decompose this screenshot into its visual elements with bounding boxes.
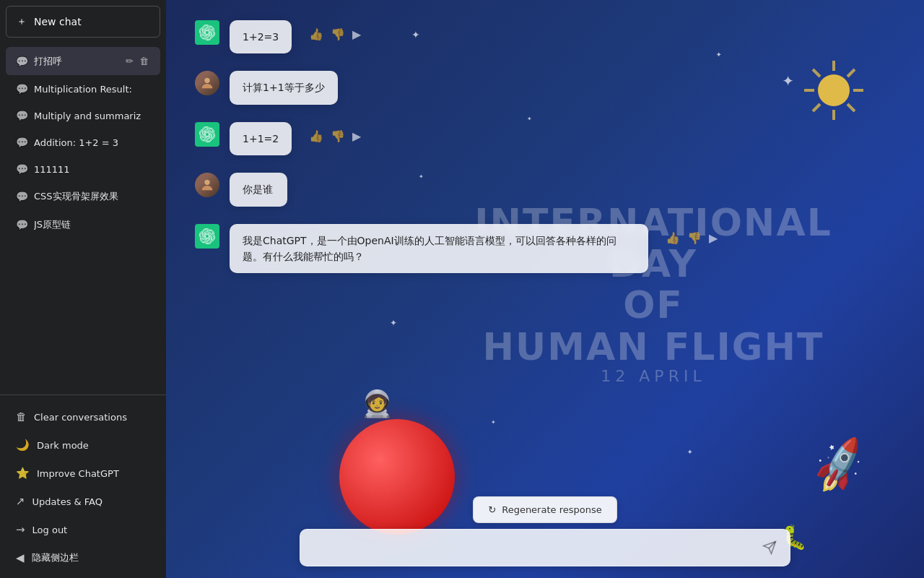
main-content: INTERNATIONAL DAY OF HUMAN FLIGHT 12 APR…	[166, 0, 924, 578]
sidebar-action-clear[interactable]: 🗑 Clear conversations	[6, 403, 160, 431]
message-text: 你是谁	[243, 184, 273, 195]
conversation-item[interactable]: 💬 打招呼 ✏ 🗑	[6, 47, 160, 75]
conversation-item[interactable]: 💬 Multiplication Result:	[6, 76, 160, 102]
send-icon	[762, 540, 777, 555]
conversation-label: CSS实现骨架屏效果	[34, 190, 150, 203]
hide-sidebar-label: 隐藏侧边栏	[32, 551, 79, 564]
message-actions: 👍 👎 ▶	[308, 128, 362, 144]
conversation-label: Addition: 1+2 = 3	[34, 137, 150, 148]
hide-sidebar-action[interactable]: ◀ 隐藏侧边栏	[6, 544, 160, 571]
chat-icon: 💬	[16, 163, 28, 175]
thumbs-down-button[interactable]: 👎	[329, 26, 346, 43]
regenerate-label: Regenerate response	[502, 504, 602, 515]
sidebar-action-dark[interactable]: 🌙 Dark mode	[6, 431, 160, 459]
ai-avatar	[195, 20, 219, 45]
sidebar: ＋ New chat 💬 打招呼 ✏ 🗑 💬 Multiplication Re…	[0, 0, 166, 578]
sidebar-action-improve[interactable]: ⭐ Improve ChatGPT	[6, 460, 160, 487]
conversation-list: 💬 打招呼 ✏ 🗑 💬 Multiplication Result: 💬 Mul…	[0, 43, 166, 390]
thumbs-up-button[interactable]: 👍	[308, 128, 325, 144]
ai-avatar	[195, 224, 219, 249]
copy-button[interactable]: ▶	[707, 230, 719, 246]
message-row-1: 计算1+1等于多少	[166, 62, 924, 113]
message-bubble: 我是ChatGPT，是一个由OpenAI训练的人工智能语言模型，可以回答各种各样…	[230, 224, 648, 274]
logout-icon: →	[16, 523, 25, 536]
message-text: 计算1+1等于多少	[243, 82, 325, 93]
chat-icon: 💬	[16, 191, 28, 202]
improve-label: Improve ChatGPT	[37, 468, 119, 479]
bottom-area: ↻ Regenerate response	[166, 491, 924, 578]
user-avatar	[195, 173, 219, 197]
message-row-0: 1+2=3 👍 👎 ▶	[166, 12, 924, 62]
conversation-label: Multiplication Result:	[34, 84, 150, 95]
new-chat-button[interactable]: ＋ New chat	[6, 6, 160, 38]
input-row	[300, 529, 790, 566]
message-actions: 👍 👎 ▶	[664, 230, 719, 246]
thumbs-up-button[interactable]: 👍	[308, 26, 325, 43]
logout-label: Log out	[32, 525, 68, 535]
hide-sidebar-icon: ◀	[16, 551, 25, 564]
sidebar-action-logout[interactable]: → Log out	[6, 516, 160, 543]
ai-avatar	[195, 122, 219, 147]
improve-icon: ⭐	[16, 467, 30, 480]
clear-label: Clear conversations	[34, 412, 127, 423]
chat-area: 1+2=3 👍 👎 ▶ 计算1+1等于多少 1+1=2	[166, 0, 924, 491]
message-bubble: 1+2=3	[230, 20, 292, 53]
sidebar-action-updates[interactable]: ↗ Updates & FAQ	[6, 488, 160, 515]
sidebar-divider	[0, 394, 166, 395]
conversation-item[interactable]: 💬 CSS实现骨架屏效果	[6, 183, 160, 210]
conversation-label: Multiply and summariz	[34, 111, 150, 121]
message-text: 我是ChatGPT，是一个由OpenAI训练的人工智能语言模型，可以回答各种各样…	[243, 235, 616, 262]
dark-icon: 🌙	[16, 439, 30, 452]
new-chat-label: New chat	[34, 16, 82, 27]
chat-icon: 💬	[16, 56, 28, 67]
plus-icon: ＋	[17, 15, 27, 28]
chat-input[interactable]	[309, 530, 758, 566]
conversation-item[interactable]: 💬 JS原型链	[6, 211, 160, 238]
dark-label: Dark mode	[37, 440, 89, 451]
message-row-3: 你是谁	[166, 164, 924, 215]
copy-button[interactable]: ▶	[351, 26, 362, 43]
chat-icon: 💬	[16, 219, 28, 230]
thumbs-up-button[interactable]: 👍	[664, 230, 681, 246]
conversation-label: JS原型链	[34, 218, 150, 231]
updates-icon: ↗	[16, 495, 25, 508]
edit-conv-button[interactable]: ✏	[124, 54, 135, 68]
svg-point-10	[204, 180, 209, 185]
thumbs-down-button[interactable]: 👎	[329, 128, 346, 144]
message-text: 1+2=3	[243, 31, 279, 43]
user-avatar	[195, 71, 219, 95]
chat-icon: 💬	[16, 83, 28, 95]
message-bubble: 计算1+1等于多少	[230, 71, 338, 104]
message-text: 1+1=2	[243, 133, 279, 144]
conversation-label: 111111	[34, 164, 150, 175]
conversation-label: 打招呼	[34, 55, 118, 68]
regenerate-icon: ↻	[488, 504, 496, 515]
conversation-item[interactable]: 💬 111111	[6, 156, 160, 182]
svg-point-9	[204, 78, 209, 83]
conversation-item[interactable]: 💬 Multiply and summariz	[6, 103, 160, 129]
message-row-4: 我是ChatGPT，是一个由OpenAI训练的人工智能语言模型，可以回答各种各样…	[166, 215, 924, 282]
regenerate-button[interactable]: ↻ Regenerate response	[473, 496, 616, 523]
message-bubble: 你是谁	[230, 173, 287, 206]
chat-icon: 💬	[16, 110, 28, 121]
chat-icon: 💬	[16, 137, 28, 148]
conversation-item[interactable]: 💬 Addition: 1+2 = 3	[6, 129, 160, 155]
message-bubble: 1+1=2	[230, 122, 292, 155]
delete-conv-button[interactable]: 🗑	[138, 54, 150, 68]
send-button[interactable]	[758, 536, 781, 559]
message-row-2: 1+1=2 👍 👎 ▶	[166, 113, 924, 164]
sidebar-bottom: 🗑 Clear conversations 🌙 Dark mode ⭐ Impr…	[0, 400, 166, 578]
message-actions: 👍 👎 ▶	[308, 26, 362, 43]
thumbs-down-button[interactable]: 👎	[686, 230, 703, 246]
clear-icon: 🗑	[16, 410, 27, 423]
copy-button[interactable]: ▶	[351, 128, 362, 144]
updates-label: Updates & FAQ	[32, 496, 103, 507]
conv-actions: ✏ 🗑	[124, 54, 150, 68]
